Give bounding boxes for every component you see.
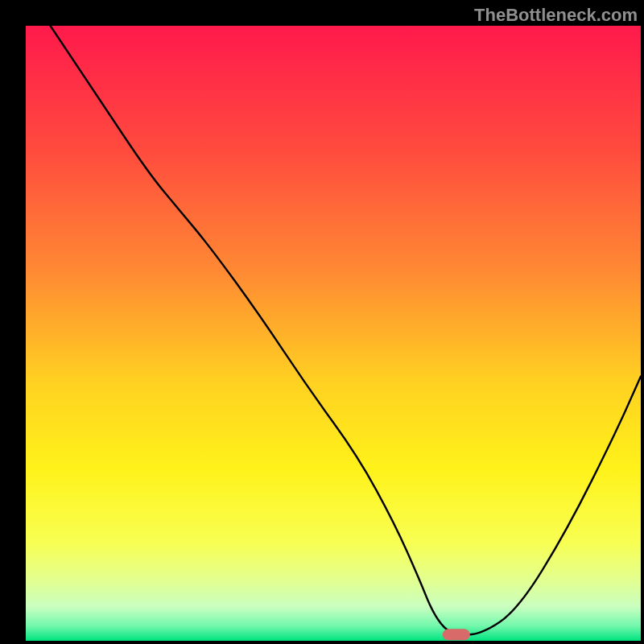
optimal-marker bbox=[443, 629, 470, 640]
plot-svg bbox=[26, 26, 641, 641]
gradient-background bbox=[26, 26, 641, 641]
watermark-label: TheBottleneck.com bbox=[474, 5, 638, 26]
chart-frame: TheBottleneck.com bbox=[0, 0, 644, 644]
plot-area bbox=[26, 26, 641, 641]
